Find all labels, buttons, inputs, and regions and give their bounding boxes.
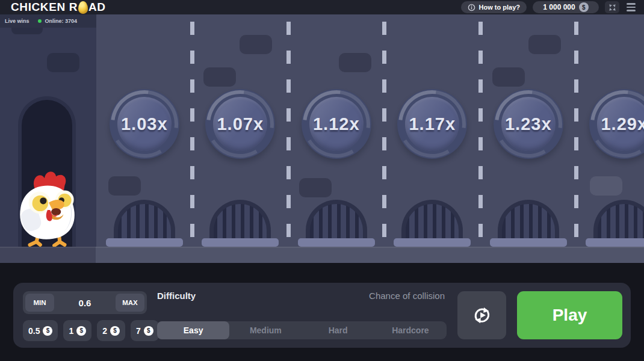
road-patch — [339, 53, 371, 72]
chip-button[interactable]: 2 $ — [97, 320, 125, 341]
difficulty-tab-medium[interactable]: Medium — [229, 321, 302, 339]
sewer-grate-icon — [114, 200, 175, 239]
multiplier-value: 1.03x — [121, 114, 168, 134]
status-row: Live wins Online: 3704 — [0, 14, 96, 28]
game-area: 1.03x1.07x1.12x1.17x1.23x1.29x Live wins… — [0, 14, 644, 263]
play-button[interactable]: Play — [517, 291, 622, 339]
min-bet-button[interactable]: MIN — [25, 294, 54, 312]
road-patch — [492, 67, 525, 87]
multiplier-disc[interactable]: 1.12x — [302, 89, 371, 159]
app-logo: CHICKEN RAD — [11, 1, 106, 14]
difficulty-tab-hard[interactable]: Hard — [302, 321, 374, 339]
multiplier-value: 1.17x — [409, 114, 456, 134]
max-bet-button[interactable]: MAX — [116, 294, 144, 312]
chip-button[interactable]: 0.5 $ — [23, 320, 58, 341]
difficulty-label: Difficulty — [157, 291, 196, 301]
online-count: Online: 3704 — [45, 18, 78, 24]
sewer-grate-icon — [593, 200, 644, 239]
sewer-grate-icon — [498, 200, 559, 239]
chip-button[interactable]: 1 $ — [63, 320, 91, 341]
road-patch — [203, 67, 236, 87]
grate-sill — [202, 238, 279, 247]
egg-icon — [78, 1, 88, 14]
multiplier-disc[interactable]: 1.17x — [397, 89, 467, 159]
sidewalk — [0, 247, 644, 263]
how-to-play-label: How to play? — [479, 4, 520, 11]
difficulty-tab-easy[interactable]: Easy — [157, 321, 229, 339]
info-icon — [468, 4, 475, 11]
road-patch — [240, 35, 272, 54]
road-patch — [47, 53, 79, 72]
multiplier-disc[interactable]: 1.29x — [589, 89, 644, 159]
online-dot — [38, 19, 42, 23]
chicken-character — [12, 168, 84, 248]
topbar-actions: How to play? 1 000 000 $ — [461, 1, 637, 13]
multiplier-disc[interactable]: 1.07x — [205, 89, 275, 159]
coin-icon: $ — [110, 326, 120, 336]
sewer-grate-icon — [209, 200, 271, 239]
bet-amount-value: 0.6 — [54, 298, 116, 308]
multiplier-value: 1.23x — [505, 114, 552, 134]
grate-sill — [106, 238, 183, 247]
grate-sill — [394, 238, 471, 247]
road-patch — [299, 178, 332, 197]
lane: 1.03x — [96, 14, 193, 263]
bet-amount-bar: MIN 0.6 MAX — [23, 291, 147, 314]
multiplier-value: 1.07x — [217, 114, 264, 134]
menu-button[interactable] — [625, 2, 637, 12]
balance-display[interactable]: 1 000 000 $ — [533, 1, 599, 13]
road-patch — [528, 35, 561, 54]
multiplier-value: 1.29x — [601, 114, 644, 134]
how-to-play-button[interactable]: How to play? — [461, 1, 527, 13]
chance-of-collision-label: Chance of collision — [272, 291, 445, 301]
road-patch — [590, 176, 622, 196]
sewer-grate-icon — [306, 200, 367, 239]
difficulty-tab-hardcore[interactable]: Hardcore — [374, 321, 447, 339]
fullscreen-icon — [608, 4, 616, 11]
multiplier-value: 1.12x — [313, 114, 360, 134]
lane: 1.29x — [577, 14, 644, 263]
lane: 1.12x — [288, 14, 385, 263]
start-zone: Live wins Online: 3704 — [0, 14, 96, 263]
lane: 1.17x — [385, 14, 481, 263]
multiplier-disc[interactable]: 1.03x — [110, 89, 179, 159]
control-panel: MIN 0.6 MAX 0.5 $ 1 $ 2 $ 7 $ Difficulty… — [13, 283, 631, 348]
bet-chips: 0.5 $ 1 $ 2 $ 7 $ — [23, 320, 159, 341]
grate-sill — [586, 238, 644, 247]
fullscreen-button[interactable] — [605, 1, 619, 13]
coin-icon: $ — [144, 326, 153, 336]
balance-amount: 1 000 000 — [543, 3, 575, 11]
hamburger-icon — [627, 3, 636, 4]
autoplay-icon — [471, 304, 493, 326]
chip-button[interactable]: 7 $ — [131, 320, 159, 341]
logo-text-suffix: AD — [88, 1, 106, 14]
grate-sill — [490, 238, 567, 247]
coin-icon: $ — [579, 2, 589, 12]
coin-icon: $ — [76, 326, 86, 336]
road-patch — [108, 176, 141, 196]
logo-text-prefix: CHICKEN R — [11, 1, 78, 14]
difficulty-tabs: Easy Medium Hard Hardcore — [157, 321, 447, 339]
autoplay-button[interactable] — [457, 291, 506, 339]
topbar: CHICKEN RAD How to play? 1 000 000 $ — [0, 0, 644, 14]
live-wins-label[interactable]: Live wins — [5, 18, 29, 24]
sewer-grate-icon — [401, 200, 463, 239]
multiplier-disc[interactable]: 1.23x — [494, 89, 563, 159]
lane: 1.23x — [480, 14, 577, 263]
grate-sill — [298, 238, 375, 247]
coin-icon: $ — [43, 326, 52, 336]
chicken-road-app: CHICKEN RAD How to play? 1 000 000 $ — [0, 0, 644, 361]
